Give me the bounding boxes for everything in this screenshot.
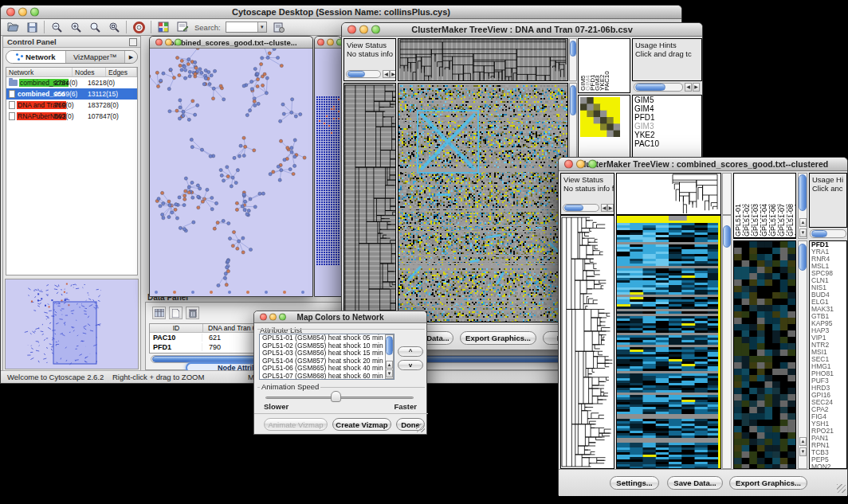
vscroll-thumb[interactable] (570, 41, 576, 57)
dense-network-canvas[interactable] (315, 49, 341, 296)
gene-label[interactable]: GIM5 (633, 96, 701, 104)
scroll-left-icon[interactable]: ◀ (685, 83, 692, 92)
column-label[interactable]: GPL51-01 (GSM854) (735, 174, 744, 236)
vscroll-thumb[interactable] (570, 85, 576, 115)
main-titlebar[interactable]: Cytoscape Desktop (Session Name: collins… (1, 6, 681, 19)
zoom-button[interactable] (279, 314, 286, 321)
vscrollbar[interactable] (722, 215, 732, 469)
vscrollbar[interactable] (569, 38, 577, 81)
help-lifering-icon[interactable] (132, 21, 146, 33)
column-header[interactable]: Edges (106, 68, 137, 76)
zoom-heatmap-panel[interactable] (733, 240, 796, 469)
resize-grip[interactable] (837, 484, 846, 493)
zoom-button[interactable] (588, 160, 597, 169)
vscroll-thumb[interactable] (799, 174, 807, 211)
chevron-down-icon[interactable]: ▾ (257, 22, 266, 32)
scroll-right-icon[interactable]: ▶ (693, 83, 700, 92)
hscroll-thumb[interactable] (347, 71, 365, 77)
search-combobox[interactable]: ▾ (226, 21, 267, 33)
minimize-button[interactable] (165, 39, 172, 46)
gene-label[interactable]: GIM3 (633, 122, 701, 131)
resize-grip[interactable] (416, 424, 425, 432)
column-header[interactable]: Nodes (73, 68, 106, 76)
new-page-icon[interactable] (169, 307, 183, 319)
zoom-button[interactable] (175, 39, 182, 46)
network-tree-row[interactable]: RNAPuberNov2+ 563(0) 107847(0) (6, 111, 137, 122)
column-label[interactable]: GPL51-03 (GSM856) (752, 174, 761, 236)
hscrollbar[interactable] (634, 83, 683, 92)
vscroll-thumb[interactable] (386, 336, 393, 355)
minimize-button[interactable] (269, 314, 277, 321)
close-button[interactable] (347, 25, 356, 34)
close-button[interactable] (317, 39, 324, 46)
column-label[interactable]: GPL51-08 (GSM872) (787, 174, 796, 236)
scroll-right-icon[interactable]: ▶ (390, 70, 396, 78)
network-view-titlebar[interactable]: combined_scores_good.txt--cluste... (150, 37, 312, 49)
column-label[interactable]: GPL51-06 (GSM865) (770, 174, 779, 236)
slider-thumb[interactable] (331, 391, 341, 402)
zoom-out-icon[interactable] (49, 21, 64, 33)
tab-vizmapper[interactable]: VizMapper™ (66, 51, 125, 63)
vizmapper-palette-icon[interactable] (156, 21, 171, 33)
row-dendrogram-panel[interactable] (560, 215, 614, 469)
minimize-button[interactable] (18, 8, 27, 17)
birdseye-view[interactable] (5, 279, 139, 369)
dialog-titlebar[interactable]: Map Colors to Network (254, 311, 426, 323)
row-dendrogram-panel[interactable] (344, 83, 396, 322)
hscroll-thumb[interactable] (635, 84, 665, 91)
column-label[interactable]: GPL51-07 (GSM868) (779, 174, 787, 236)
scroll-left-icon[interactable]: ◀ (383, 70, 390, 78)
attribute-item[interactable]: GPL51-07 (GSM868) heat shock 60 min (260, 373, 394, 380)
vscroll-thumb[interactable] (723, 225, 731, 248)
gene-label[interactable]: PAC10 (633, 139, 701, 148)
hscrollbar[interactable] (810, 229, 846, 238)
network-tree-row[interactable]: combined_sco 2569(6) 13112(15) (6, 88, 137, 100)
minimize-button[interactable] (576, 160, 585, 169)
zoom-button[interactable] (371, 25, 380, 34)
treeview1-titlebar[interactable]: ClusterMaker TreeView : DNA and Tran 07-… (342, 23, 702, 37)
column-dendrogram-panel[interactable] (616, 173, 721, 215)
hscrollbar[interactable] (346, 70, 381, 78)
gene-label[interactable]: GIM4 (633, 104, 701, 113)
edit-document-icon[interactable] (175, 21, 190, 33)
animate-vizmap-button[interactable]: Animate Vizmap (264, 418, 328, 431)
zoom-fit-icon[interactable] (88, 21, 102, 33)
scroll-up-icon[interactable]: ▲ (386, 361, 393, 369)
column-header[interactable]: Network (6, 68, 73, 76)
attribute-item[interactable]: GPL51-01 (GSM854) heat shock 05 min (260, 334, 394, 342)
tab-network[interactable]: Network (6, 51, 66, 63)
column-dendrogram-panel[interactable] (398, 38, 568, 81)
minimize-button[interactable] (359, 25, 368, 34)
column-label[interactable]: PAC10 (604, 41, 609, 91)
treeview-button[interactable]: Save Data... (667, 476, 723, 490)
close-button[interactable] (155, 39, 163, 46)
hscroll-thumb[interactable] (564, 205, 583, 211)
attribute-item[interactable]: GPL51-06 (GSM865) heat shock 40 min (260, 365, 394, 373)
save-icon[interactable] (25, 21, 39, 33)
create-vizmap-button[interactable]: Create Vizmap (332, 418, 391, 431)
treeview-button[interactable]: Export Graphics... (729, 476, 807, 490)
treeview-button[interactable]: Settings... (610, 476, 659, 490)
network-tree-row[interactable]: combined_scores 2764(0) 16218(0) (6, 77, 137, 88)
scroll-left-icon[interactable]: ◀ (601, 204, 607, 212)
tab-overflow-arrow[interactable]: ▶ (124, 51, 137, 63)
scroll-up-icon[interactable]: ▲ (799, 437, 807, 446)
network-tree-row[interactable]: DNA and Tran 07 769(0) 183728(0) (6, 100, 137, 111)
scroll-down-icon[interactable]: ▼ (799, 447, 807, 456)
attribute-browser-settings-icon[interactable] (272, 21, 286, 33)
table-icon[interactable] (152, 307, 166, 319)
zoom-button[interactable] (30, 8, 39, 17)
scroll-up-icon[interactable]: ▲ (799, 218, 807, 227)
heatmap-panel[interactable] (616, 215, 721, 469)
attribute-item[interactable]: GPL51-02 (GSM855) heat shock 10 min (260, 342, 394, 350)
gene-label[interactable]: PFD1 (633, 113, 701, 122)
hscrollbar[interactable] (563, 204, 599, 212)
vscrollbar[interactable]: ▲ ▼ (798, 240, 807, 469)
move-up-button[interactable]: ^ (398, 346, 423, 357)
vscrollbar[interactable]: ▲ ▼ (798, 173, 807, 239)
attribute-item[interactable]: GPL51-04 (GSM857) heat shock 20 min (260, 357, 394, 365)
float-panel-icon[interactable] (129, 38, 137, 46)
search-input[interactable] (226, 23, 257, 31)
gene-label[interactable]: MON2 (810, 463, 846, 469)
background-window-titlebar[interactable] (315, 37, 341, 49)
